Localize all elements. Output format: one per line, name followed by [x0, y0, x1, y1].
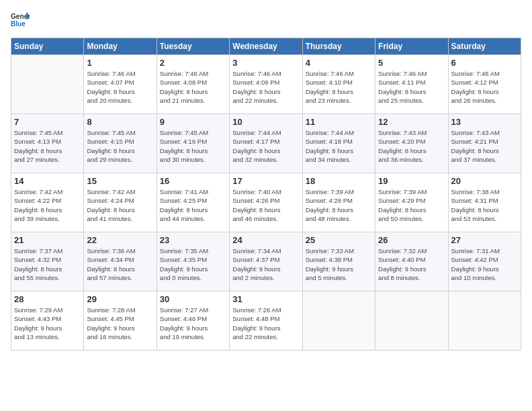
- day-number: 19: [378, 176, 445, 186]
- calendar-cell: 11Sunrise: 7:44 AM Sunset: 4:18 PM Dayli…: [302, 114, 375, 173]
- calendar-cell: 19Sunrise: 7:39 AM Sunset: 4:29 PM Dayli…: [375, 173, 448, 232]
- calendar-cell: [11, 55, 84, 114]
- logo-icon: General Blue: [11, 11, 30, 30]
- day-number: 9: [160, 117, 226, 127]
- day-info: Sunrise: 7:45 AM Sunset: 4:15 PM Dayligh…: [87, 128, 153, 164]
- calendar-cell: 10Sunrise: 7:44 AM Sunset: 4:17 PM Dayli…: [230, 114, 302, 173]
- day-number: 29: [87, 294, 153, 304]
- day-info: Sunrise: 7:36 AM Sunset: 4:34 PM Dayligh…: [87, 246, 153, 282]
- calendar-cell: 20Sunrise: 7:38 AM Sunset: 4:31 PM Dayli…: [448, 173, 521, 232]
- day-info: Sunrise: 7:34 AM Sunset: 4:37 PM Dayligh…: [232, 246, 299, 282]
- day-header-wednesday: Wednesday: [230, 38, 302, 55]
- day-info: Sunrise: 7:39 AM Sunset: 4:29 PM Dayligh…: [378, 187, 445, 223]
- day-number: 3: [232, 58, 299, 68]
- day-number: 11: [306, 117, 372, 127]
- day-info: Sunrise: 7:43 AM Sunset: 4:21 PM Dayligh…: [451, 128, 518, 164]
- day-info: Sunrise: 7:45 AM Sunset: 4:13 PM Dayligh…: [14, 128, 81, 164]
- day-number: 21: [14, 235, 81, 245]
- calendar-cell: 30Sunrise: 7:27 AM Sunset: 4:46 PM Dayli…: [157, 291, 229, 351]
- calendar-cell: 1Sunrise: 7:46 AM Sunset: 4:07 PM Daylig…: [84, 55, 157, 114]
- day-header-tuesday: Tuesday: [157, 38, 229, 55]
- day-number: 26: [378, 235, 445, 245]
- calendar-table: SundayMondayTuesdayWednesdayThursdayFrid…: [11, 38, 521, 351]
- day-number: 7: [14, 117, 81, 127]
- day-info: Sunrise: 7:46 AM Sunset: 4:12 PM Dayligh…: [451, 69, 518, 105]
- calendar-cell: 9Sunrise: 7:45 AM Sunset: 4:16 PM Daylig…: [157, 114, 229, 173]
- day-header-sunday: Sunday: [11, 38, 84, 55]
- page-header: General Blue: [11, 11, 521, 30]
- calendar-cell: 23Sunrise: 7:35 AM Sunset: 4:35 PM Dayli…: [157, 232, 229, 291]
- day-info: Sunrise: 7:32 AM Sunset: 4:40 PM Dayligh…: [378, 246, 445, 282]
- day-number: 20: [451, 176, 518, 186]
- calendar-header-row: SundayMondayTuesdayWednesdayThursdayFrid…: [11, 38, 521, 55]
- day-info: Sunrise: 7:38 AM Sunset: 4:31 PM Dayligh…: [451, 187, 518, 223]
- day-number: 30: [160, 294, 226, 304]
- day-info: Sunrise: 7:39 AM Sunset: 4:28 PM Dayligh…: [306, 187, 372, 223]
- calendar-cell: [302, 291, 375, 351]
- calendar-cell: 4Sunrise: 7:46 AM Sunset: 4:10 PM Daylig…: [302, 55, 375, 114]
- day-number: 12: [378, 117, 445, 127]
- day-number: 2: [160, 58, 226, 68]
- day-info: Sunrise: 7:46 AM Sunset: 4:09 PM Dayligh…: [232, 69, 299, 105]
- day-info: Sunrise: 7:44 AM Sunset: 4:17 PM Dayligh…: [232, 128, 299, 164]
- calendar-cell: 2Sunrise: 7:46 AM Sunset: 4:08 PM Daylig…: [157, 55, 229, 114]
- day-info: Sunrise: 7:37 AM Sunset: 4:32 PM Dayligh…: [14, 246, 81, 282]
- day-info: Sunrise: 7:40 AM Sunset: 4:26 PM Dayligh…: [232, 187, 299, 223]
- day-info: Sunrise: 7:28 AM Sunset: 4:45 PM Dayligh…: [87, 306, 153, 341]
- calendar-week-row: 28Sunrise: 7:29 AM Sunset: 4:43 PM Dayli…: [11, 291, 521, 351]
- calendar-cell: 24Sunrise: 7:34 AM Sunset: 4:37 PM Dayli…: [230, 232, 302, 291]
- day-number: 22: [87, 235, 153, 245]
- day-number: 28: [14, 294, 81, 304]
- day-info: Sunrise: 7:41 AM Sunset: 4:25 PM Dayligh…: [160, 187, 226, 223]
- calendar-cell: 16Sunrise: 7:41 AM Sunset: 4:25 PM Dayli…: [157, 173, 229, 232]
- calendar-cell: [448, 291, 521, 351]
- day-info: Sunrise: 7:43 AM Sunset: 4:20 PM Dayligh…: [378, 128, 445, 164]
- day-number: 24: [232, 235, 299, 245]
- day-number: 23: [160, 235, 226, 245]
- day-info: Sunrise: 7:45 AM Sunset: 4:16 PM Dayligh…: [160, 128, 226, 164]
- calendar-cell: 25Sunrise: 7:33 AM Sunset: 4:38 PM Dayli…: [302, 232, 375, 291]
- day-header-saturday: Saturday: [448, 38, 521, 55]
- day-info: Sunrise: 7:42 AM Sunset: 4:24 PM Dayligh…: [87, 187, 153, 223]
- calendar-cell: 31Sunrise: 7:26 AM Sunset: 4:48 PM Dayli…: [230, 291, 302, 351]
- calendar-cell: 15Sunrise: 7:42 AM Sunset: 4:24 PM Dayli…: [84, 173, 157, 232]
- day-number: 1: [87, 58, 153, 68]
- day-info: Sunrise: 7:27 AM Sunset: 4:46 PM Dayligh…: [160, 306, 226, 341]
- calendar-cell: 29Sunrise: 7:28 AM Sunset: 4:45 PM Dayli…: [84, 291, 157, 351]
- day-number: 4: [306, 58, 372, 68]
- day-number: 18: [306, 176, 372, 186]
- day-info: Sunrise: 7:46 AM Sunset: 4:07 PM Dayligh…: [87, 69, 153, 105]
- calendar-cell: 13Sunrise: 7:43 AM Sunset: 4:21 PM Dayli…: [448, 114, 521, 173]
- calendar-cell: 7Sunrise: 7:45 AM Sunset: 4:13 PM Daylig…: [11, 114, 84, 173]
- day-info: Sunrise: 7:46 AM Sunset: 4:08 PM Dayligh…: [160, 69, 226, 105]
- day-number: 17: [232, 176, 299, 186]
- calendar-cell: 6Sunrise: 7:46 AM Sunset: 4:12 PM Daylig…: [448, 55, 521, 114]
- calendar-cell: [375, 291, 448, 351]
- day-info: Sunrise: 7:29 AM Sunset: 4:43 PM Dayligh…: [14, 306, 81, 341]
- day-number: 10: [232, 117, 299, 127]
- day-header-monday: Monday: [84, 38, 157, 55]
- calendar-cell: 12Sunrise: 7:43 AM Sunset: 4:20 PM Dayli…: [375, 114, 448, 173]
- day-info: Sunrise: 7:44 AM Sunset: 4:18 PM Dayligh…: [306, 128, 372, 164]
- day-info: Sunrise: 7:31 AM Sunset: 4:42 PM Dayligh…: [451, 246, 518, 282]
- day-number: 15: [87, 176, 153, 186]
- day-header-friday: Friday: [375, 38, 448, 55]
- calendar-cell: 27Sunrise: 7:31 AM Sunset: 4:42 PM Dayli…: [448, 232, 521, 291]
- calendar-cell: 26Sunrise: 7:32 AM Sunset: 4:40 PM Dayli…: [375, 232, 448, 291]
- calendar-cell: 14Sunrise: 7:42 AM Sunset: 4:22 PM Dayli…: [11, 173, 84, 232]
- day-info: Sunrise: 7:42 AM Sunset: 4:22 PM Dayligh…: [14, 187, 81, 223]
- calendar-week-row: 1Sunrise: 7:46 AM Sunset: 4:07 PM Daylig…: [11, 55, 521, 114]
- svg-text:Blue: Blue: [11, 20, 26, 28]
- day-number: 16: [160, 176, 226, 186]
- calendar-week-row: 7Sunrise: 7:45 AM Sunset: 4:13 PM Daylig…: [11, 114, 521, 173]
- day-info: Sunrise: 7:46 AM Sunset: 4:10 PM Dayligh…: [306, 69, 372, 105]
- calendar-cell: 3Sunrise: 7:46 AM Sunset: 4:09 PM Daylig…: [230, 55, 302, 114]
- day-number: 25: [306, 235, 372, 245]
- day-number: 14: [14, 176, 81, 186]
- calendar-cell: 8Sunrise: 7:45 AM Sunset: 4:15 PM Daylig…: [84, 114, 157, 173]
- calendar-cell: 17Sunrise: 7:40 AM Sunset: 4:26 PM Dayli…: [230, 173, 302, 232]
- calendar-week-row: 21Sunrise: 7:37 AM Sunset: 4:32 PM Dayli…: [11, 232, 521, 291]
- day-info: Sunrise: 7:46 AM Sunset: 4:11 PM Dayligh…: [378, 69, 445, 105]
- day-number: 8: [87, 117, 153, 127]
- day-number: 6: [451, 58, 518, 68]
